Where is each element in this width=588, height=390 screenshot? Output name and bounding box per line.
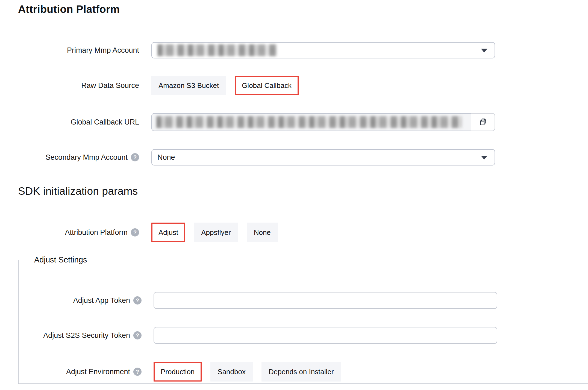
form-row-raw-data-source: Raw Data Source Amazon S3 Bucket Global … — [0, 76, 299, 95]
raw-data-source-option-global-callback[interactable]: Global Callback — [235, 76, 299, 95]
adjust-s2s-token-label: Adjust S2S Security Token — [43, 331, 130, 340]
adjust-environment-option-sandbox[interactable]: Sandbox — [210, 362, 253, 382]
help-icon[interactable]: ? — [131, 153, 139, 161]
raw-data-source-label: Raw Data Source — [81, 81, 139, 90]
primary-mmp-label: Primary Mmp Account — [67, 46, 139, 55]
redacted-value — [156, 116, 462, 128]
help-icon[interactable]: ? — [131, 228, 139, 237]
attribution-platform-option-adjust[interactable]: Adjust — [151, 223, 185, 242]
section-title-sdk-params: SDK initialization params — [18, 185, 138, 197]
chevron-down-icon — [481, 49, 487, 52]
form-row-secondary-mmp: Secondary Mmp Account ? None — [0, 149, 495, 166]
adjust-environment-label: Adjust Environment — [66, 368, 130, 376]
adjust-settings-fieldset: Adjust Settings Adjust App Token ? Adjus… — [18, 255, 588, 384]
attribution-platform-option-appsflyer[interactable]: Appsflyer — [194, 223, 238, 242]
copy-icon — [478, 117, 488, 127]
form-row-primary-mmp: Primary Mmp Account — [0, 42, 495, 58]
help-icon[interactable]: ? — [133, 296, 142, 305]
form-row-adjust-app-token: Adjust App Token ? — [19, 292, 497, 309]
global-callback-url-label: Global Callback URL — [70, 118, 139, 126]
secondary-mmp-value: None — [157, 153, 175, 162]
primary-mmp-select[interactable] — [151, 42, 495, 58]
raw-data-source-option-amazon-s3[interactable]: Amazon S3 Bucket — [151, 76, 226, 95]
form-row-adjust-environment: Adjust Environment ? Production Sandbox … — [19, 362, 341, 382]
attribution-platform-option-none[interactable]: None — [247, 223, 278, 242]
form-row-global-callback-url: Global Callback URL — [0, 113, 495, 131]
help-icon[interactable]: ? — [133, 331, 142, 339]
redacted-value — [157, 44, 277, 56]
help-icon[interactable]: ? — [133, 368, 142, 376]
page-title: Attribution Platform — [18, 3, 120, 15]
global-callback-url-input[interactable] — [151, 113, 471, 131]
adjust-app-token-input[interactable] — [154, 292, 497, 309]
secondary-mmp-label: Secondary Mmp Account — [46, 153, 128, 162]
attribution-platform-label: Attribution Platform — [65, 228, 128, 237]
copy-button[interactable] — [471, 113, 495, 131]
secondary-mmp-select[interactable]: None — [151, 149, 495, 166]
chevron-down-icon — [481, 156, 487, 159]
adjust-environment-option-production[interactable]: Production — [154, 362, 202, 382]
adjust-environment-option-depends-on-installer[interactable]: Depends on Installer — [261, 362, 341, 382]
form-row-adjust-s2s-token: Adjust S2S Security Token ? — [19, 327, 497, 344]
adjust-settings-legend: Adjust Settings — [30, 255, 91, 264]
form-row-attribution-platform: Attribution Platform ? Adjust Appsflyer … — [0, 223, 278, 242]
adjust-app-token-label: Adjust App Token — [73, 296, 130, 305]
adjust-s2s-token-input[interactable] — [154, 327, 497, 344]
